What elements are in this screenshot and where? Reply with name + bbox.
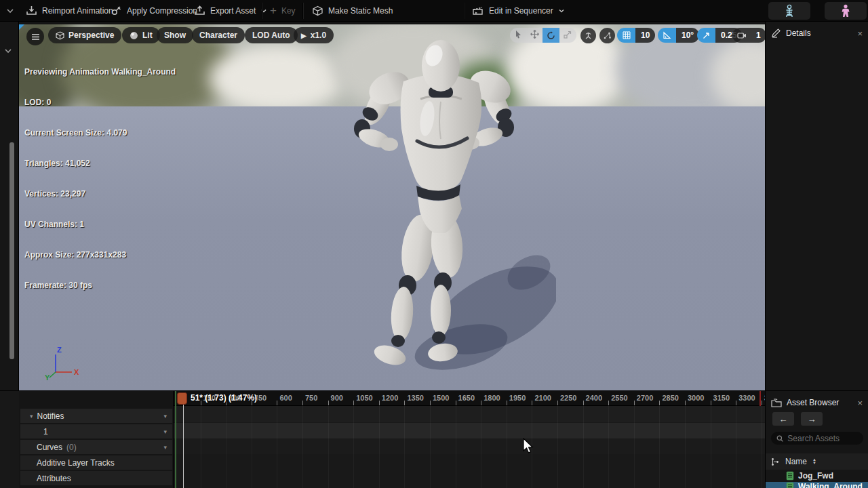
export-asset-button[interactable]: Export Asset xyxy=(194,0,267,22)
axis-x-label: X xyxy=(74,368,79,376)
track-row-curves[interactable]: Curves (0) ▾ xyxy=(20,440,172,454)
track-row-notify-1[interactable]: 1 ▾ xyxy=(20,424,172,439)
stat-triangles: Triangles: 41,052 xyxy=(24,159,176,169)
toolbar-overflow-chevron-icon[interactable] xyxy=(5,7,15,14)
track-gridline xyxy=(302,406,303,488)
track-gridline xyxy=(583,406,584,488)
track-gridline xyxy=(481,406,481,488)
stat-lod: LOD: 0 xyxy=(24,98,176,108)
asset-row-jog-fwd[interactable]: Jog_Fwd xyxy=(766,470,868,482)
select-cursor-icon xyxy=(515,30,522,39)
track-row-additive[interactable]: Additive Layer Tracks xyxy=(20,455,172,470)
rotate-tool-button[interactable] xyxy=(542,28,559,43)
asset-family-mesh-button[interactable] xyxy=(825,2,867,20)
close-icon[interactable]: × xyxy=(857,28,863,39)
timeline-ruler[interactable]: 0150300450600750900105012001350150016501… xyxy=(174,391,765,406)
rotation-snap-icon xyxy=(658,28,676,43)
left-panel-scrollbar[interactable] xyxy=(9,142,14,359)
chevron-down-icon xyxy=(558,8,565,14)
edit-in-sequencer-button[interactable]: Edit in Sequencer xyxy=(472,0,565,22)
ruler-tick xyxy=(481,401,481,405)
history-back-button[interactable]: ← xyxy=(772,412,794,426)
ruler-tick-label: 2250 xyxy=(560,394,576,402)
playhead-flag[interactable] xyxy=(177,392,187,405)
ruler-tick xyxy=(277,401,277,405)
preview-viewport[interactable]: Previewing Animation Walking_Around LOD:… xyxy=(19,24,765,390)
asset-search-box[interactable] xyxy=(771,432,863,445)
hamburger-icon xyxy=(31,33,40,41)
asset-search-input[interactable] xyxy=(787,434,858,443)
timeline-tracks-area[interactable] xyxy=(174,406,765,488)
perspective-cube-icon xyxy=(56,31,64,40)
skeleton-icon xyxy=(784,4,795,18)
ruler-tick-label: 1500 xyxy=(433,394,449,402)
ruler-tick-label: 900 xyxy=(331,394,343,402)
track-menu-chevron-icon[interactable]: ▾ xyxy=(163,428,167,435)
ruler-tick xyxy=(532,401,532,405)
details-panel-header[interactable]: Details × xyxy=(766,26,868,41)
ruler-tick-label: 1950 xyxy=(509,394,526,402)
apply-compression-button[interactable]: Apply Compression xyxy=(111,0,197,22)
show-label: Show xyxy=(164,30,186,40)
track-menu-chevron-icon[interactable]: ▾ xyxy=(163,444,167,451)
asset-browser-header[interactable]: Asset Browser × xyxy=(766,395,868,410)
key-button[interactable]: + Key xyxy=(270,0,296,22)
key-label: Key xyxy=(281,6,296,16)
track-gridline xyxy=(456,406,456,488)
track-gridline xyxy=(353,406,354,488)
edit-in-sequencer-label: Edit in Sequencer xyxy=(489,6,553,16)
close-icon[interactable]: × xyxy=(857,398,863,408)
timeline-left-gutter xyxy=(0,391,20,488)
asset-browser-folder-icon xyxy=(771,399,782,407)
stat-approx-size: Approx Size: 277x331x283 xyxy=(24,250,176,260)
camera-speed-control[interactable]: 1 xyxy=(732,28,765,43)
ruler-tick-label: 750 xyxy=(305,394,317,402)
viewport-menu-button[interactable] xyxy=(26,28,44,45)
playback-speed-button[interactable]: ▶ x1.0 xyxy=(294,27,334,43)
asset-list-header[interactable]: Name ▲ ▼ xyxy=(766,453,868,470)
ruler-tick-label: 600 xyxy=(279,394,292,402)
move-tool-button[interactable] xyxy=(526,29,542,41)
asset-browser-panel: Asset Browser × ← → xyxy=(765,391,868,488)
track-gridline xyxy=(736,406,736,488)
camera-speed-value: 1 xyxy=(751,28,765,43)
lod-dropdown[interactable]: LOD Auto xyxy=(245,27,298,43)
snapping-icon xyxy=(603,31,612,40)
ruler-tick xyxy=(353,401,354,405)
track-row-notifies[interactable]: ▾ Notifies ▾ xyxy=(20,409,172,423)
sort-desc-icon: ▼ xyxy=(812,462,816,465)
chevron-down-icon[interactable] xyxy=(3,47,13,54)
character-dropdown[interactable]: Character xyxy=(192,27,245,43)
asset-row-walking-around[interactable]: Walking_Around xyxy=(766,482,868,488)
show-dropdown[interactable]: Show xyxy=(157,27,193,43)
ruler-tick xyxy=(711,401,711,405)
ruler-tick xyxy=(302,401,303,405)
make-static-mesh-button[interactable]: Make Static Mesh xyxy=(312,0,393,22)
select-tool-button[interactable] xyxy=(510,29,526,41)
move-icon xyxy=(530,30,539,39)
surface-snapping-button[interactable] xyxy=(599,28,615,43)
track-menu-chevron-icon[interactable]: ▾ xyxy=(163,413,167,420)
reimport-animation-label: Reimport Animation xyxy=(42,6,113,16)
reimport-animation-button[interactable]: Reimport Animation xyxy=(26,0,113,22)
perspective-dropdown[interactable]: Perspective xyxy=(48,27,121,43)
track-row-attributes[interactable]: Attributes xyxy=(20,471,172,485)
stat-uv-channels: UV Channels: 1 xyxy=(24,220,176,230)
history-forward-button[interactable]: → xyxy=(801,412,823,426)
expander-icon[interactable]: ▾ xyxy=(30,413,33,420)
scale-icon xyxy=(564,30,572,39)
coordinate-space-button[interactable] xyxy=(580,28,596,43)
rotation-snap-control[interactable]: 10° xyxy=(658,28,699,43)
ruler-tick-label: 3000 xyxy=(688,394,704,402)
scale-tool-button[interactable] xyxy=(559,29,576,41)
name-column-header[interactable]: Name xyxy=(785,457,807,466)
asset-family-skeleton-button[interactable] xyxy=(768,2,810,20)
mannequin-character[interactable] xyxy=(326,34,556,390)
grid-snap-control[interactable]: 10 xyxy=(617,28,655,43)
lit-dropdown[interactable]: Lit xyxy=(122,27,160,43)
track-gridline xyxy=(659,406,660,488)
playhead-line[interactable] xyxy=(183,392,184,488)
track-curves-label: Curves xyxy=(37,443,62,452)
lit-sphere-icon xyxy=(130,31,138,40)
axis-y-label: Y xyxy=(45,373,50,382)
